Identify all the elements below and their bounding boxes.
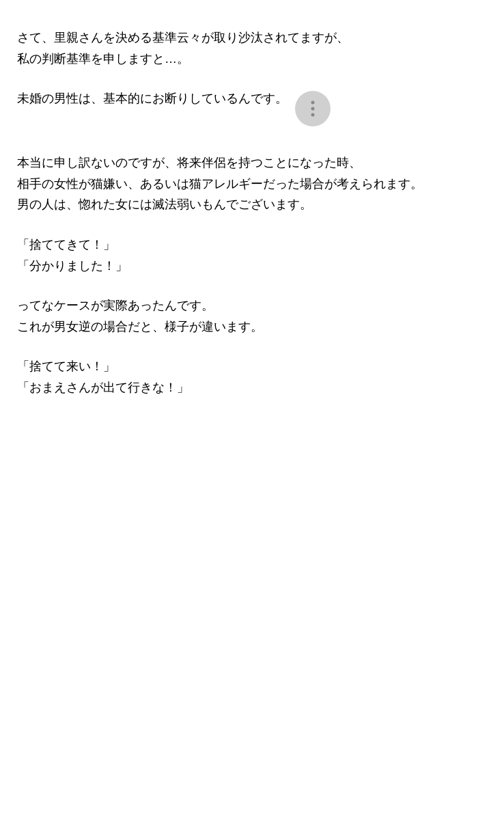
paragraph-5-line1: ってなケースが実際あったんです。 xyxy=(17,295,487,316)
paragraph-6-line1: 「捨てて来い！」 xyxy=(17,356,487,377)
paragraph-3: 本当に申し訳ないのですが、将来伴侶を持つことになった時、 相手の女性が猫嫌い、あ… xyxy=(17,152,487,215)
paragraph-6: 「捨てて来い！」 「おまえさんが出て行きな！」 xyxy=(17,356,487,398)
paragraph-1-text: さて、里親さんを決める基準云々が取り沙汰されてますが、 私の判断基準を申しますと… xyxy=(17,31,349,66)
paragraph-3-text: 本当に申し訳ないのですが、将来伴侶を持つことになった時、 相手の女性が猫嫌い、あ… xyxy=(17,156,423,211)
paragraph-1: さて、里親さんを決める基準云々が取り沙汰されてますが、 私の判断基準を申しますと… xyxy=(17,27,487,69)
avatar[interactable] xyxy=(295,91,331,126)
more-options-icon xyxy=(311,101,315,117)
paragraph-6-line2: 「おまえさんが出て行きな！」 xyxy=(17,377,487,398)
paragraph-4-line1: 「捨ててきて！」 xyxy=(17,234,487,256)
main-content: さて、里親さんを決める基準云々が取り沙汰されてますが、 私の判断基準を申しますと… xyxy=(14,20,490,424)
paragraph-4: 「捨ててきて！」 「分かりました！」 xyxy=(17,234,487,276)
paragraph-4-line2: 「分かりました！」 xyxy=(17,256,487,277)
paragraph-2-line1: 未婚の男性は、基本的にお断りしているんです。 xyxy=(17,92,288,105)
paragraph-5: ってなケースが実際あったんです。 これが男女逆の場合だと、様子が違います。 xyxy=(17,295,487,337)
paragraph-2: 未婚の男性は、基本的にお断りしているんです。 xyxy=(17,88,487,133)
paragraph-5-line2: これが男女逆の場合だと、様子が違います。 xyxy=(17,316,487,338)
